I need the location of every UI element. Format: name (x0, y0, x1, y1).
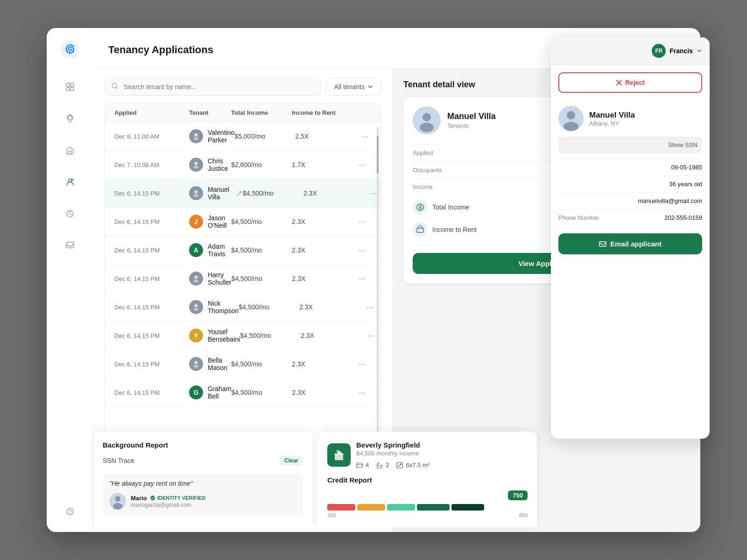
occupants-label: Occupants (413, 167, 442, 174)
table-row[interactable]: Dec 9, 11.00 AM Valentino Parker $5,000/… (105, 122, 381, 151)
svg-text:🌀: 🌀 (65, 44, 76, 54)
sidebar-item-messages[interactable] (61, 236, 79, 255)
tenant-name: Jason O'Neill (208, 214, 231, 229)
bath-icon (376, 462, 383, 469)
row-tenant: J Jason O'Neill (189, 214, 231, 229)
phone-value: 202-555-0159 (664, 214, 702, 221)
svg-point-16 (194, 137, 199, 140)
table-row[interactable]: Dec 6, 14.15 PM Nick Thompson $4,500/mo … (105, 293, 381, 322)
row-more-button[interactable]: ··· (360, 302, 379, 312)
tenant-detail-role: Tenants (447, 122, 496, 129)
table-row[interactable]: Dec 6, 14.15 PM J Jason O'Neill $4,500/m… (105, 208, 381, 236)
row-date: Dec 6, 14.15 PM (114, 218, 189, 225)
row-tenant: Manuel Villa ↗ (189, 186, 243, 201)
reference-card: "He always pay rent on time" Mario (103, 473, 303, 516)
table-row[interactable]: Dec 6, 14.15 PM Bella Mason $4,500/mo 2.… (105, 350, 381, 378)
table-row[interactable]: Dec 6, 14.15 PM G Graham Bell $4,500/mo … (105, 378, 381, 407)
background-report-title: Background Report (103, 441, 303, 449)
svg-point-35 (564, 122, 578, 131)
tenant-avatar (189, 272, 203, 286)
search-icon (111, 82, 119, 91)
col-tenant: Tenant (189, 109, 231, 116)
svg-point-19 (195, 190, 198, 194)
table-row[interactable]: Dec 6, 14.15 PM Y Yousef Bensebaini $4,5… (105, 322, 381, 350)
row-more-button[interactable]: ··· (353, 388, 372, 398)
sidebar-item-tenants[interactable] (61, 173, 79, 191)
ssn-label: SSN Trace (103, 457, 134, 464)
page-title: Tenancy Applications (108, 44, 213, 56)
row-income: $4,500/mo (240, 332, 301, 339)
x-icon (616, 79, 622, 86)
tenant-avatar (189, 357, 203, 371)
svg-point-26 (194, 365, 199, 368)
overlay-user-avatar: FR (652, 44, 666, 58)
overlay-user-name: Francis (669, 47, 693, 55)
row-income: $4,500/mo (239, 303, 299, 311)
svg-point-17 (195, 162, 198, 165)
svg-rect-41 (335, 454, 343, 460)
svg-rect-2 (66, 83, 70, 86)
row-more-button[interactable]: ··· (352, 359, 371, 369)
tenant-name: Adam Travis (208, 243, 231, 258)
property-building-icon (333, 449, 345, 461)
svg-point-29 (420, 123, 434, 132)
table-row[interactable]: Dec 6, 14.15 PM Manuel Villa ↗ $4,500/mo… (105, 179, 381, 208)
reference-email: mariogarcia@gmail.com (131, 502, 205, 508)
reject-button[interactable]: Reject (558, 72, 702, 93)
credit-report-section: Credit Report 750 300 850 (327, 476, 528, 518)
show-ssn-button[interactable]: Show SSN (558, 137, 702, 153)
sidebar-item-location[interactable] (61, 109, 79, 128)
row-more-button[interactable]: ··· (352, 217, 371, 227)
tenant-avatar: G (189, 385, 203, 399)
row-more-button[interactable]: ··· (352, 160, 371, 170)
svg-point-38 (115, 496, 120, 502)
email-applicant-button[interactable]: Email applicant (558, 233, 702, 254)
row-more-button[interactable]: ··· (356, 132, 374, 141)
svg-point-6 (68, 116, 72, 119)
property-name: Beverly Springfield (356, 441, 430, 449)
svg-point-23 (195, 304, 198, 308)
tenant-detail-name: Manuel Villa (447, 112, 496, 121)
row-date: Dec 7, 10.08 AM (114, 161, 189, 168)
row-tenant: Valentino Parker (189, 129, 234, 144)
tenant-name: Yousef Bensebaini (208, 328, 240, 343)
row-more-button[interactable]: ··· (352, 245, 371, 255)
svg-point-22 (194, 280, 199, 282)
overlay-header: FR Francis (551, 37, 710, 65)
svg-rect-5 (70, 87, 74, 91)
overlay-chevron-icon (697, 48, 702, 54)
svg-text:$: $ (419, 205, 422, 210)
svg-point-15 (195, 133, 198, 137)
credit-bar-labels: 300 850 (327, 512, 528, 518)
row-date: Dec 6, 14.15 PM (114, 190, 189, 197)
verified-badge: IDENTITY VERIFIED (150, 495, 206, 501)
svg-point-25 (195, 361, 198, 364)
table-row[interactable]: Dec 6, 14.15 PM Harry Schuller $4,500/mo… (105, 265, 381, 293)
tenant-name: Valentino Parker (208, 129, 234, 144)
credit-bar-container (327, 504, 528, 511)
email-icon (599, 240, 606, 248)
rent-ratio-label: Income to Rent (432, 226, 477, 233)
row-tenant: G Graham Bell (189, 385, 232, 400)
row-more-button[interactable]: ··· (353, 274, 372, 284)
sidebar-item-help[interactable]: ? (61, 502, 79, 521)
tenant-avatar (189, 300, 203, 314)
table-row[interactable]: Dec 7, 10.08 AM Chris Justice $2,600/mo … (105, 151, 381, 179)
credit-segment-1 (327, 504, 355, 511)
search-input[interactable] (105, 78, 321, 96)
reference-name: Mario (131, 495, 147, 502)
row-income: $4,500/mo (232, 389, 292, 396)
row-income: $4,500/mo (232, 275, 292, 282)
sidebar-item-dashboard[interactable] (61, 77, 79, 96)
svg-text:?: ? (68, 509, 71, 514)
scroll-thumb[interactable] (377, 136, 379, 174)
row-ratio: 2.3X (292, 360, 352, 368)
table-row[interactable]: Dec 6, 14.15 PM A Adam Travis $4,500/mo … (105, 236, 381, 265)
sidebar-item-analytics[interactable] (61, 204, 79, 223)
overlay-user-button[interactable]: FR Francis (652, 44, 702, 58)
property-specs: 4 2 6x7.5 m² (356, 462, 430, 469)
property-icon-box (327, 443, 351, 467)
row-ratio: 2.3X (292, 275, 353, 282)
sidebar-item-home[interactable] (61, 141, 79, 160)
filter-button[interactable]: All tenants (326, 78, 381, 96)
